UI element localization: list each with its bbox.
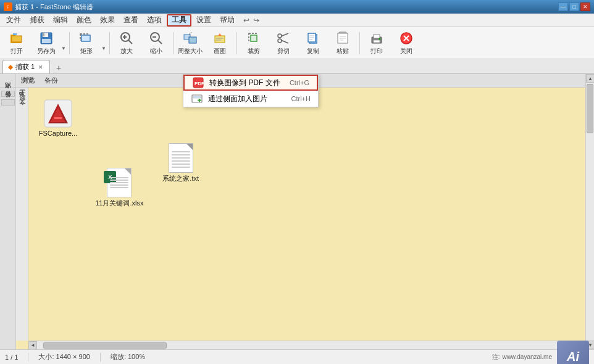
txt-line-6 [172,167,190,168]
status-note: 注: [492,353,500,362]
zoomin-icon [119,31,134,46]
toolbar-draw[interactable]: 画图 [206,29,234,57]
excel-corner [125,168,131,175]
menu-effect[interactable]: 效果 [96,14,119,27]
draw-icon [212,31,227,46]
title-bar: F 捕获 1 - FastStone 编辑器 — □ ✕ [0,0,594,14]
status-size: 大小: 1440 × 900 [38,352,90,362]
svg-point-44 [379,38,381,39]
menu-settings[interactable]: 设置 [193,14,215,27]
nav-browse[interactable]: 浏览 [21,76,35,85]
menu-convert-to-pdf[interactable]: PDF 转换图像到 PDF 文件 Ctrl+G [183,75,318,91]
redo-button[interactable]: ↪ [252,16,261,25]
toolbar-copy[interactable]: 复制 [299,29,327,57]
menu-help[interactable]: 帮助 [216,14,238,27]
sidebar-backup[interactable]: 备份 [1,99,15,105]
sidebar-label-text[interactable]: 文字 [17,109,28,112]
scroll-up-button[interactable]: ▲ [586,74,594,83]
content-area: 浏览 备份 [16,74,594,349]
undo-button[interactable]: ↩ [242,16,251,25]
copy-icon [306,31,320,46]
tab-add-button[interactable]: + [52,62,65,73]
excel-icon-img: X [104,168,134,197]
scroll-left-button[interactable]: ◄ [28,341,37,350]
saveas-dropdown-arrow[interactable]: ▼ [61,29,67,57]
sidebar-browse[interactable]: 浏览 [1,91,15,97]
scroll-thumb[interactable] [587,84,593,133]
minimize-button[interactable]: — [558,2,568,11]
menu-view[interactable]: 查看 [120,14,142,27]
svg-rect-10 [82,35,90,41]
toolbar-cut[interactable]: 剪切 [269,29,298,57]
icon-excel[interactable]: X 11月关键词.xlsx [94,168,144,208]
txt-line-3 [172,157,190,159]
sidebar-label-s[interactable]: S [17,90,27,97]
open-icon [9,31,24,46]
scissors-icon [276,31,291,46]
txt-line-1 [172,151,190,152]
sidebar-tabs: 浏览 备份 [0,88,15,349]
title-bar-left: F 捕获 1 - FastStone 编辑器 [4,2,93,12]
toolbar-paste-label: 粘贴 [337,47,349,56]
status-bar: 1 / 1 大小: 1440 × 900 缩放: 100% 注: www.day… [0,349,594,364]
toolbar-close-doc[interactable]: 关闭 [392,29,420,57]
toolbar-zoomout[interactable]: 缩小 [142,29,170,57]
toolbar-print[interactable]: 打印 [362,29,391,57]
nav-backup[interactable]: 备份 [44,76,58,85]
svg-rect-51 [54,117,62,119]
toolbar-crop[interactable]: 裁剪 [240,29,268,57]
excel-line-5 [110,187,128,188]
icon-txt[interactable]: 系统之家.txt [156,143,206,183]
inner-left-sidebar: S 卫士 格 文字 [16,88,28,341]
menu-file[interactable]: 文件 [2,14,25,27]
toolbar-open-label: 打开 [10,47,23,56]
ai-badge: Ai [557,341,589,365]
sidebar-label-grid[interactable]: 格 [17,104,28,107]
maximize-button[interactable]: □ [569,2,579,11]
excel-label: 11月关键词.xlsx [95,199,143,208]
excel-line-1 [110,177,128,178]
tab-label: 捕获 1 [15,62,35,72]
txt-line-2 [172,154,190,155]
crop-icon [246,31,261,46]
toolbar-saveas[interactable]: 另存为 [32,29,61,57]
separator-3 [173,32,174,54]
menu-capture[interactable]: 捕获 [26,14,48,27]
excel-line-2 [110,180,128,181]
sidebar-label-guard[interactable]: 卫士 [17,99,28,102]
txt-line-5 [172,163,190,165]
menu-edit[interactable]: 编辑 [49,14,72,27]
svg-line-20 [189,32,191,35]
status-page: 1 / 1 [5,354,18,361]
toolbar-copy-label: 复制 [307,47,319,56]
status-sep-2 [100,353,101,362]
separator-4 [236,32,237,54]
rect-dropdown-arrow[interactable]: ▼ [101,29,107,57]
icon-fscapture[interactable]: FSCapture... [33,99,83,137]
toolbar-zoomout-label: 缩小 [150,47,162,56]
close-doc-icon [399,31,414,46]
toolbar-zoomin[interactable]: 放大 [112,29,141,57]
hscroll-thumb[interactable] [43,342,167,349]
pdf-icon: PDF [192,77,204,89]
svg-line-14 [128,40,132,44]
menu-add-via-panel[interactable]: 通过侧面加入图片 Ctrl+H [183,91,318,107]
toolbar-open[interactable]: 打开 [2,29,31,57]
menu-tools[interactable]: 工具 [167,14,191,27]
tab-capture1[interactable]: ◆ 捕获 1 ✕ [2,60,50,73]
close-window-button[interactable]: ✕ [580,2,590,11]
menu-color[interactable]: 颜色 [73,14,95,27]
toolbar-rect[interactable]: 矩形 [72,29,101,57]
menu-options[interactable]: 选项 [143,14,165,27]
tab-close-button[interactable]: ✕ [37,64,44,71]
svg-line-17 [158,40,162,44]
toolbar-resize-label: 周整大小 [178,47,203,56]
toolbar-paste[interactable]: 粘贴 [328,29,357,57]
title-controls: — □ ✕ [558,2,590,11]
scroll-track[interactable] [586,83,594,341]
tools-dropdown-menu: PDF 转换图像到 PDF 文件 Ctrl+G 通过侧面加入图片 Ctrl+H [183,74,319,107]
excel-line-4 [110,184,128,186]
svg-rect-43 [374,40,380,43]
svg-rect-42 [374,35,380,38]
toolbar-resize[interactable]: 周整大小 [176,29,204,57]
